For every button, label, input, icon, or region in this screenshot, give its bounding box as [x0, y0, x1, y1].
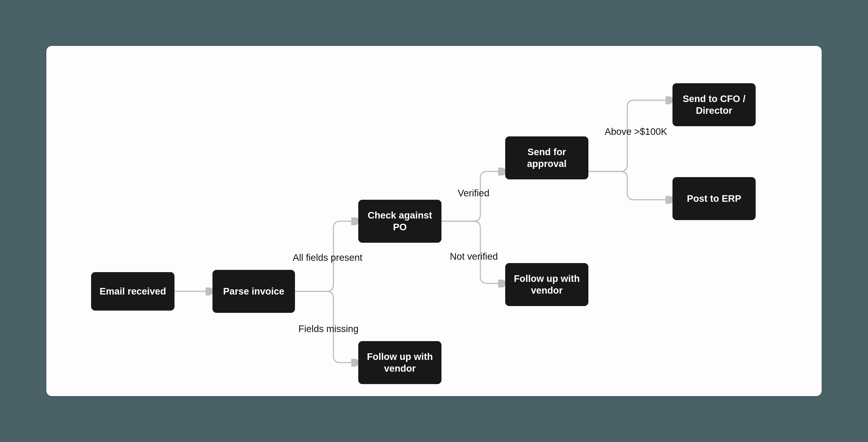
edge-label-fields-missing: Fields missing — [298, 323, 359, 334]
node-parse-invoice: Parse invoice — [213, 270, 295, 313]
edge-label-all-fields-present: All fields present — [293, 252, 362, 263]
diagram-canvas: Email received Parse invoice Check again… — [46, 46, 822, 396]
node-check-against-po: Check against PO — [358, 200, 441, 243]
node-followup-vendor-1: Follow up with vendor — [358, 341, 441, 384]
edge-label-verified: Verified — [458, 188, 489, 199]
node-send-for-approval: Send for approval — [505, 137, 588, 179]
node-email-received: Email received — [91, 272, 175, 311]
node-followup-vendor-2: Follow up with vendor — [505, 263, 588, 306]
node-post-to-erp: Post to ERP — [673, 177, 756, 220]
edge-label-not-verified: Not verified — [450, 251, 498, 262]
node-send-cfo-director: Send to CFO / Director — [673, 83, 756, 126]
edge-label-above-100k: Above >$100K — [604, 126, 667, 137]
